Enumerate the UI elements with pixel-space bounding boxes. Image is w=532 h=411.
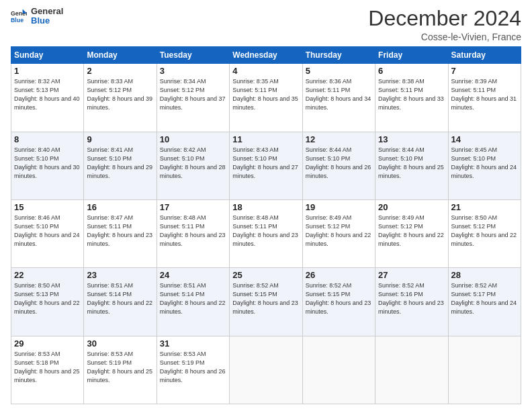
day-header-thursday: Thursday [302,47,375,64]
day-cell: 20 Sunrise: 8:49 AMSunset: 5:12 PMDaylig… [375,199,448,267]
day-number: 9 [87,134,153,144]
day-info: Sunrise: 8:45 AMSunset: 5:10 PMDaylight:… [451,146,518,181]
day-info: Sunrise: 8:52 AMSunset: 5:15 PMDaylight:… [306,281,372,316]
day-number: 14 [451,134,518,144]
day-info: Sunrise: 8:38 AMSunset: 5:11 PMDaylight:… [378,77,445,112]
logo: General Blue General Blue [11,7,63,26]
day-info: Sunrise: 8:41 AMSunset: 5:10 PMDaylight:… [87,146,153,181]
logo-icon: General Blue [11,8,27,24]
day-cell [230,336,302,404]
day-cell: 4 Sunrise: 8:35 AMSunset: 5:11 PMDayligh… [230,64,302,132]
day-cell: 11 Sunrise: 8:43 AMSunset: 5:10 PMDaylig… [230,132,302,199]
day-cell: 18 Sunrise: 8:48 AMSunset: 5:11 PMDaylig… [230,199,302,267]
day-cell: 1 Sunrise: 8:32 AMSunset: 5:13 PMDayligh… [11,64,84,132]
day-number: 18 [232,202,299,212]
day-info: Sunrise: 8:48 AMSunset: 5:11 PMDaylight:… [160,214,226,248]
day-number: 23 [87,270,153,280]
day-cell: 15 Sunrise: 8:46 AMSunset: 5:10 PMDaylig… [11,199,84,267]
week-row-3: 15 Sunrise: 8:46 AMSunset: 5:10 PMDaylig… [11,199,521,267]
day-number: 17 [160,202,226,212]
week-row-4: 22 Sunrise: 8:50 AMSunset: 5:13 PMDaylig… [11,268,521,336]
day-cell: 25 Sunrise: 8:52 AMSunset: 5:15 PMDaylig… [230,268,302,336]
day-info: Sunrise: 8:50 AMSunset: 5:12 PMDaylight:… [451,214,518,248]
header: General Blue General Blue December 2024 … [11,7,521,42]
day-number: 3 [160,66,226,76]
day-header-friday: Friday [375,47,448,64]
day-header-wednesday: Wednesday [230,47,302,64]
day-cell: 10 Sunrise: 8:42 AMSunset: 5:10 PMDaylig… [157,132,229,199]
week-row-5: 29 Sunrise: 8:53 AMSunset: 5:18 PMDaylig… [11,336,521,404]
day-cell: 2 Sunrise: 8:33 AMSunset: 5:12 PMDayligh… [84,64,157,132]
day-number: 6 [378,66,445,76]
day-number: 22 [14,270,81,280]
day-cell: 24 Sunrise: 8:51 AMSunset: 5:14 PMDaylig… [157,268,229,336]
day-info: Sunrise: 8:53 AMSunset: 5:19 PMDaylight:… [87,350,153,385]
day-cell: 8 Sunrise: 8:40 AMSunset: 5:10 PMDayligh… [11,132,84,199]
day-info: Sunrise: 8:43 AMSunset: 5:10 PMDaylight:… [232,146,299,181]
day-cell: 12 Sunrise: 8:44 AMSunset: 5:10 PMDaylig… [302,132,375,199]
day-info: Sunrise: 8:49 AMSunset: 5:12 PMDaylight:… [378,214,445,248]
day-number: 13 [378,134,445,144]
day-header-monday: Monday [84,47,157,64]
day-info: Sunrise: 8:46 AMSunset: 5:10 PMDaylight:… [14,214,81,248]
day-cell: 26 Sunrise: 8:52 AMSunset: 5:15 PMDaylig… [302,268,375,336]
day-info: Sunrise: 8:53 AMSunset: 5:18 PMDaylight:… [14,350,81,385]
location: Cosse-le-Vivien, France [368,32,521,42]
title-section: December 2024 Cosse-le-Vivien, France [368,7,521,42]
day-number: 24 [160,270,226,280]
day-info: Sunrise: 8:36 AMSunset: 5:11 PMDaylight:… [306,77,372,112]
week-row-2: 8 Sunrise: 8:40 AMSunset: 5:10 PMDayligh… [11,132,521,199]
day-info: Sunrise: 8:47 AMSunset: 5:11 PMDaylight:… [87,214,153,248]
day-number: 12 [306,134,372,144]
day-number: 5 [306,66,372,76]
day-cell: 14 Sunrise: 8:45 AMSunset: 5:10 PMDaylig… [448,132,521,199]
svg-text:Blue: Blue [11,17,24,24]
day-info: Sunrise: 8:35 AMSunset: 5:11 PMDaylight:… [232,77,299,112]
day-header-saturday: Saturday [448,47,521,64]
day-cell: 21 Sunrise: 8:50 AMSunset: 5:12 PMDaylig… [448,199,521,267]
day-cell: 9 Sunrise: 8:41 AMSunset: 5:10 PMDayligh… [84,132,157,199]
logo-blue: Blue [31,16,63,26]
day-cell: 5 Sunrise: 8:36 AMSunset: 5:11 PMDayligh… [302,64,375,132]
day-cell [302,336,375,404]
day-number: 1 [14,66,81,76]
day-header-tuesday: Tuesday [157,47,229,64]
day-cell: 23 Sunrise: 8:51 AMSunset: 5:14 PMDaylig… [84,268,157,336]
day-number: 2 [87,66,153,76]
day-info: Sunrise: 8:32 AMSunset: 5:13 PMDaylight:… [14,77,81,112]
day-info: Sunrise: 8:44 AMSunset: 5:10 PMDaylight:… [306,146,372,181]
day-cell: 16 Sunrise: 8:47 AMSunset: 5:11 PMDaylig… [84,199,157,267]
day-info: Sunrise: 8:52 AMSunset: 5:17 PMDaylight:… [451,281,518,316]
day-info: Sunrise: 8:33 AMSunset: 5:12 PMDaylight:… [87,77,153,112]
day-number: 21 [451,202,518,212]
day-cell: 28 Sunrise: 8:52 AMSunset: 5:17 PMDaylig… [448,268,521,336]
day-cell: 22 Sunrise: 8:50 AMSunset: 5:13 PMDaylig… [11,268,84,336]
day-cell: 30 Sunrise: 8:53 AMSunset: 5:19 PMDaylig… [84,336,157,404]
day-number: 16 [87,202,153,212]
day-info: Sunrise: 8:49 AMSunset: 5:12 PMDaylight:… [306,214,372,248]
day-header-row: SundayMondayTuesdayWednesdayThursdayFrid… [11,47,521,64]
day-number: 15 [14,202,81,212]
day-cell: 29 Sunrise: 8:53 AMSunset: 5:18 PMDaylig… [11,336,84,404]
day-cell [375,336,448,404]
day-number: 27 [378,270,445,280]
day-number: 26 [306,270,372,280]
day-info: Sunrise: 8:40 AMSunset: 5:10 PMDaylight:… [14,146,81,181]
day-header-sunday: Sunday [11,47,84,64]
month-title: December 2024 [368,7,521,30]
day-number: 28 [451,270,518,280]
day-info: Sunrise: 8:50 AMSunset: 5:13 PMDaylight:… [14,281,81,316]
calendar-table: SundayMondayTuesdayWednesdayThursdayFrid… [11,46,521,404]
week-row-1: 1 Sunrise: 8:32 AMSunset: 5:13 PMDayligh… [11,64,521,132]
day-cell: 3 Sunrise: 8:34 AMSunset: 5:12 PMDayligh… [157,64,229,132]
day-cell: 7 Sunrise: 8:39 AMSunset: 5:11 PMDayligh… [448,64,521,132]
day-cell: 17 Sunrise: 8:48 AMSunset: 5:11 PMDaylig… [157,199,229,267]
day-number: 11 [232,134,299,144]
day-info: Sunrise: 8:39 AMSunset: 5:11 PMDaylight:… [451,77,518,112]
day-number: 7 [451,66,518,76]
day-number: 31 [160,338,226,349]
day-info: Sunrise: 8:44 AMSunset: 5:10 PMDaylight:… [378,146,445,181]
day-info: Sunrise: 8:42 AMSunset: 5:10 PMDaylight:… [160,146,226,181]
calendar-page: General Blue General Blue December 2024 … [0,0,532,411]
day-number: 20 [378,202,445,212]
